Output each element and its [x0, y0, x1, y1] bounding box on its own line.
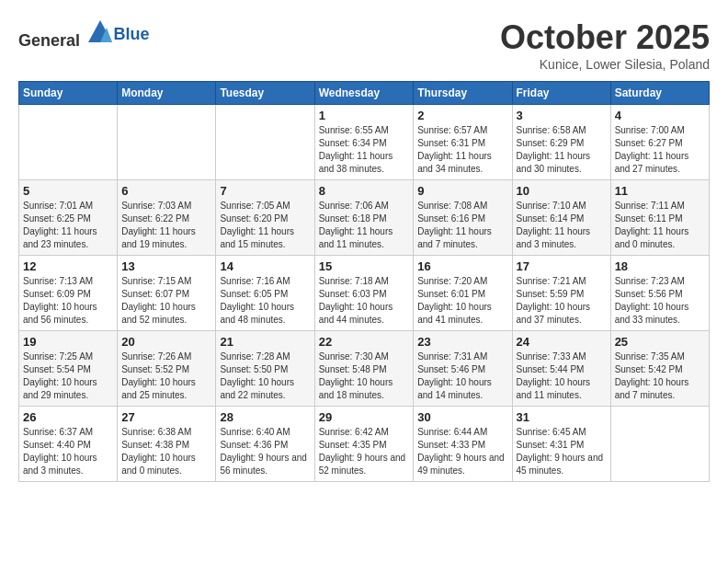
day-info: Sunrise: 7:35 AMSunset: 5:42 PMDaylight:… — [615, 350, 705, 402]
calendar-cell: 6Sunrise: 7:03 AMSunset: 6:22 PMDaylight… — [118, 180, 216, 256]
page-header: General Blue October 2025 Kunice, Lower … — [18, 18, 710, 72]
calendar-cell: 13Sunrise: 7:15 AMSunset: 6:07 PMDayligh… — [118, 256, 216, 331]
day-info: Sunrise: 6:42 AMSunset: 4:35 PMDaylight:… — [319, 426, 410, 477]
day-number: 30 — [417, 410, 507, 424]
calendar-cell: 23Sunrise: 7:31 AMSunset: 5:46 PMDayligh… — [414, 331, 512, 407]
day-info: Sunrise: 7:20 AMSunset: 6:01 PMDaylight:… — [417, 275, 507, 327]
day-info: Sunrise: 6:45 AMSunset: 4:31 PMDaylight:… — [517, 426, 607, 477]
calendar-cell: 24Sunrise: 7:33 AMSunset: 5:44 PMDayligh… — [512, 331, 610, 407]
calendar-cell: 8Sunrise: 7:06 AMSunset: 6:18 PMDaylight… — [314, 180, 414, 256]
weekday-header-monday: Monday — [118, 82, 216, 105]
calendar-cell: 4Sunrise: 7:00 AMSunset: 6:27 PMDaylight… — [610, 105, 709, 180]
day-number: 25 — [615, 335, 705, 349]
day-info: Sunrise: 6:44 AMSunset: 4:33 PMDaylight:… — [417, 426, 507, 477]
day-info: Sunrise: 6:58 AMSunset: 6:29 PMDaylight:… — [517, 124, 607, 176]
day-number: 31 — [517, 410, 607, 424]
day-number: 15 — [319, 259, 410, 273]
calendar-week-2: 5Sunrise: 7:01 AMSunset: 6:25 PMDaylight… — [19, 180, 710, 256]
calendar-cell — [19, 105, 118, 180]
day-number: 13 — [121, 259, 211, 273]
logo-general: General — [18, 31, 80, 50]
calendar-cell: 9Sunrise: 7:08 AMSunset: 6:16 PMDaylight… — [414, 180, 512, 256]
day-info: Sunrise: 6:55 AMSunset: 6:34 PMDaylight:… — [319, 124, 410, 176]
day-number: 23 — [417, 335, 507, 349]
day-number: 8 — [319, 184, 410, 198]
calendar-table: SundayMondayTuesdayWednesdayThursdayFrid… — [18, 81, 710, 482]
day-info: Sunrise: 7:00 AMSunset: 6:27 PMDaylight:… — [615, 124, 705, 176]
weekday-header-friday: Friday — [512, 82, 610, 105]
day-number: 28 — [220, 410, 310, 424]
day-number: 3 — [517, 109, 607, 122]
day-info: Sunrise: 6:37 AMSunset: 4:40 PMDaylight:… — [23, 426, 113, 477]
day-info: Sunrise: 6:40 AMSunset: 4:36 PMDaylight:… — [220, 426, 310, 477]
day-info: Sunrise: 6:57 AMSunset: 6:31 PMDaylight:… — [417, 124, 507, 176]
month-title: October 2025 — [500, 18, 710, 57]
day-number: 26 — [23, 410, 113, 424]
day-number: 27 — [121, 410, 211, 424]
day-info: Sunrise: 7:05 AMSunset: 6:20 PMDaylight:… — [220, 200, 310, 251]
day-info: Sunrise: 7:03 AMSunset: 6:22 PMDaylight:… — [121, 200, 211, 251]
day-info: Sunrise: 6:38 AMSunset: 4:38 PMDaylight:… — [121, 426, 211, 477]
calendar-cell: 31Sunrise: 6:45 AMSunset: 4:31 PMDayligh… — [512, 407, 610, 482]
calendar-cell: 21Sunrise: 7:28 AMSunset: 5:50 PMDayligh… — [216, 331, 314, 407]
calendar-body: 1Sunrise: 6:55 AMSunset: 6:34 PMDaylight… — [19, 105, 710, 482]
logo-blue: Blue — [114, 25, 150, 44]
day-info: Sunrise: 7:08 AMSunset: 6:16 PMDaylight:… — [417, 200, 507, 251]
day-info: Sunrise: 7:21 AMSunset: 5:59 PMDaylight:… — [517, 275, 607, 327]
logo-icon — [86, 18, 114, 46]
calendar-cell: 11Sunrise: 7:11 AMSunset: 6:11 PMDayligh… — [610, 180, 709, 256]
day-number: 29 — [319, 410, 410, 424]
day-number: 1 — [319, 109, 410, 122]
day-info: Sunrise: 7:28 AMSunset: 5:50 PMDaylight:… — [220, 350, 310, 402]
calendar-cell — [118, 105, 216, 180]
calendar-cell: 26Sunrise: 6:37 AMSunset: 4:40 PMDayligh… — [19, 407, 118, 482]
location-title: Kunice, Lower Silesia, Poland — [500, 57, 710, 72]
day-number: 21 — [220, 335, 310, 349]
day-info: Sunrise: 7:18 AMSunset: 6:03 PMDaylight:… — [319, 275, 410, 327]
calendar-cell: 17Sunrise: 7:21 AMSunset: 5:59 PMDayligh… — [512, 256, 610, 331]
day-info: Sunrise: 7:16 AMSunset: 6:05 PMDaylight:… — [220, 275, 310, 327]
day-number: 9 — [417, 184, 507, 198]
day-number: 10 — [517, 184, 607, 198]
weekday-header-wednesday: Wednesday — [314, 82, 414, 105]
calendar-cell: 20Sunrise: 7:26 AMSunset: 5:52 PMDayligh… — [118, 331, 216, 407]
day-info: Sunrise: 7:30 AMSunset: 5:48 PMDaylight:… — [319, 350, 410, 402]
day-number: 20 — [121, 335, 211, 349]
calendar-week-5: 26Sunrise: 6:37 AMSunset: 4:40 PMDayligh… — [19, 407, 710, 482]
logo: General Blue — [18, 18, 150, 51]
day-number: 2 — [417, 109, 507, 122]
weekday-header-sunday: Sunday — [19, 82, 118, 105]
day-number: 4 — [615, 109, 705, 122]
day-info: Sunrise: 7:25 AMSunset: 5:54 PMDaylight:… — [23, 350, 113, 402]
day-info: Sunrise: 7:13 AMSunset: 6:09 PMDaylight:… — [23, 275, 113, 327]
day-info: Sunrise: 7:23 AMSunset: 5:56 PMDaylight:… — [615, 275, 705, 327]
day-number: 17 — [517, 259, 607, 273]
day-number: 5 — [23, 184, 113, 198]
day-number: 16 — [417, 259, 507, 273]
calendar-cell: 5Sunrise: 7:01 AMSunset: 6:25 PMDaylight… — [19, 180, 118, 256]
calendar-cell: 7Sunrise: 7:05 AMSunset: 6:20 PMDaylight… — [216, 180, 314, 256]
calendar-week-4: 19Sunrise: 7:25 AMSunset: 5:54 PMDayligh… — [19, 331, 710, 407]
day-number: 22 — [319, 335, 410, 349]
day-number: 24 — [517, 335, 607, 349]
calendar-cell: 12Sunrise: 7:13 AMSunset: 6:09 PMDayligh… — [19, 256, 118, 331]
calendar-cell: 18Sunrise: 7:23 AMSunset: 5:56 PMDayligh… — [610, 256, 709, 331]
title-block: October 2025 Kunice, Lower Silesia, Pola… — [500, 18, 710, 72]
calendar-cell — [216, 105, 314, 180]
day-info: Sunrise: 7:01 AMSunset: 6:25 PMDaylight:… — [23, 200, 113, 251]
calendar-cell: 19Sunrise: 7:25 AMSunset: 5:54 PMDayligh… — [19, 331, 118, 407]
calendar-week-1: 1Sunrise: 6:55 AMSunset: 6:34 PMDaylight… — [19, 105, 710, 180]
calendar-cell: 25Sunrise: 7:35 AMSunset: 5:42 PMDayligh… — [610, 331, 709, 407]
day-number: 7 — [220, 184, 310, 198]
calendar-cell: 15Sunrise: 7:18 AMSunset: 6:03 PMDayligh… — [314, 256, 414, 331]
calendar-cell: 1Sunrise: 6:55 AMSunset: 6:34 PMDaylight… — [314, 105, 414, 180]
day-number: 11 — [615, 184, 705, 198]
calendar-cell: 2Sunrise: 6:57 AMSunset: 6:31 PMDaylight… — [414, 105, 512, 180]
day-info: Sunrise: 7:33 AMSunset: 5:44 PMDaylight:… — [517, 350, 607, 402]
day-info: Sunrise: 7:11 AMSunset: 6:11 PMDaylight:… — [615, 200, 705, 251]
calendar-cell — [610, 407, 709, 482]
calendar-header-row: SundayMondayTuesdayWednesdayThursdayFrid… — [19, 82, 710, 105]
day-info: Sunrise: 7:06 AMSunset: 6:18 PMDaylight:… — [319, 200, 410, 251]
day-number: 12 — [23, 259, 113, 273]
calendar-cell: 29Sunrise: 6:42 AMSunset: 4:35 PMDayligh… — [314, 407, 414, 482]
